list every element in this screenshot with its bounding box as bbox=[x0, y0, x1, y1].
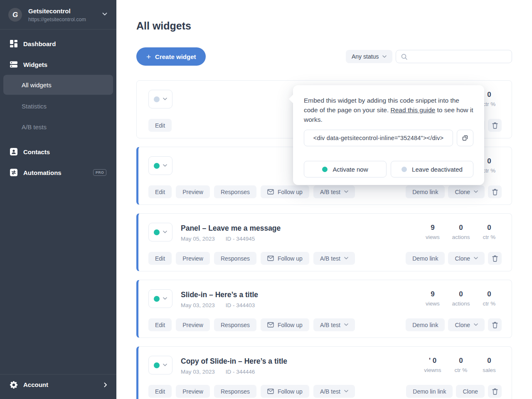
trash-icon bbox=[492, 322, 498, 328]
preview-button[interactable]: Preview bbox=[176, 252, 210, 265]
edit-button[interactable]: Edit bbox=[148, 185, 172, 198]
clone-dropdown-button[interactable]: Clone bbox=[448, 252, 485, 265]
responses-button[interactable]: Responses bbox=[214, 318, 256, 331]
trash-icon bbox=[492, 388, 498, 395]
activate-now-button[interactable]: Activate now bbox=[304, 161, 387, 177]
widgets-icon bbox=[10, 61, 17, 68]
follow-up-label: Follow up bbox=[278, 388, 303, 395]
status-filter-dropdown[interactable]: Any status bbox=[346, 50, 392, 63]
widget-date: May 03, 2023 bbox=[181, 302, 215, 308]
sidebar-item-account[interactable]: Account bbox=[0, 374, 116, 395]
delete-button[interactable] bbox=[488, 252, 502, 265]
search-box bbox=[396, 50, 512, 63]
sidebar-item-all-widgets[interactable]: All widgets bbox=[3, 75, 113, 95]
ab-test-dropdown-button[interactable]: A/B test bbox=[313, 318, 355, 331]
inactive-dot bbox=[401, 167, 407, 172]
clone-label: Clone bbox=[455, 322, 470, 328]
follow-up-button[interactable]: Follow up bbox=[261, 318, 309, 331]
read-guide-link[interactable]: Read this guide bbox=[391, 106, 436, 113]
edit-button[interactable]: Edit bbox=[148, 252, 172, 265]
chevron-down-icon bbox=[344, 323, 348, 326]
demo-link-button[interactable]: Demo link bbox=[406, 252, 445, 265]
search-input[interactable] bbox=[411, 50, 512, 63]
widget-row: Slide-in – Here’s a title May 03, 2023 I… bbox=[136, 280, 512, 338]
demo-link-button[interactable]: Demo link bbox=[406, 185, 445, 198]
pro-badge: PRO bbox=[93, 169, 106, 176]
status-active-dot bbox=[154, 296, 160, 302]
site-switcher[interactable]: G Getsitecontrol https://getsitecontrol.… bbox=[0, 0, 116, 30]
responses-button[interactable]: Responses bbox=[214, 185, 256, 198]
sidebar-item-ab-tests[interactable]: A/B tests bbox=[22, 123, 47, 131]
widget-title: Panel – Leave me a message bbox=[181, 224, 281, 233]
widget-date: May 05, 2023 bbox=[181, 236, 215, 242]
sidebar-item-widgets[interactable]: Widgets bbox=[0, 57, 116, 72]
responses-button[interactable]: Responses bbox=[214, 252, 256, 265]
sidebar-item-dashboard[interactable]: Dashboard bbox=[0, 36, 116, 51]
status-active-dot bbox=[154, 163, 160, 169]
status-active-dot bbox=[154, 362, 160, 368]
clone-label: Clone bbox=[455, 255, 470, 262]
sidebar-item-automations[interactable]: Automations PRO bbox=[0, 165, 116, 180]
delete-button[interactable] bbox=[488, 185, 502, 198]
follow-up-button[interactable]: Follow up bbox=[261, 385, 309, 398]
chevron-down-icon bbox=[474, 190, 478, 193]
popup-message: Embed this widget by adding this code sn… bbox=[304, 96, 473, 124]
widget-status-dropdown[interactable] bbox=[148, 289, 172, 308]
ab-test-label: A/B test bbox=[320, 388, 340, 395]
ab-test-label: A/B test bbox=[320, 255, 340, 262]
stat-label: ctr % bbox=[475, 300, 503, 307]
embed-code-field[interactable]: <div data-getsitecontrol-inline="352484"… bbox=[304, 130, 453, 146]
widget-status-dropdown[interactable] bbox=[148, 156, 172, 175]
edit-button[interactable]: Edit bbox=[148, 119, 172, 132]
dashboard-icon bbox=[10, 40, 17, 47]
stat-value: 0 bbox=[447, 357, 475, 365]
follow-up-label: Follow up bbox=[278, 189, 303, 195]
demo-link-button[interactable]: Demo lin link bbox=[406, 385, 453, 398]
clone-dropdown-button[interactable]: Clone bbox=[448, 318, 485, 331]
preview-button[interactable]: Preview bbox=[176, 318, 210, 331]
delete-button[interactable] bbox=[488, 318, 502, 331]
stat-value: 0 bbox=[475, 357, 503, 365]
widget-status-dropdown[interactable] bbox=[148, 223, 172, 241]
ab-test-dropdown-button[interactable]: A/B test bbox=[313, 252, 355, 265]
preview-button[interactable]: Preview bbox=[176, 385, 210, 398]
responses-button[interactable]: Responses bbox=[214, 385, 256, 398]
page-title: All widgets bbox=[136, 20, 191, 32]
preview-button[interactable]: Preview bbox=[176, 185, 210, 198]
search-icon bbox=[401, 54, 407, 60]
ab-test-dropdown-button[interactable]: A/B test bbox=[313, 385, 355, 398]
widget-status-dropdown[interactable] bbox=[148, 90, 172, 108]
embed-popup: Embed this widget by adding this code sn… bbox=[293, 85, 484, 185]
stat-value: 9 bbox=[419, 224, 447, 232]
plus-icon: + bbox=[146, 53, 151, 61]
stat-label: views bbox=[419, 300, 447, 307]
status-filter-label: Any status bbox=[352, 53, 379, 60]
activate-label: Activate now bbox=[332, 166, 368, 173]
stat-label: viewns bbox=[419, 367, 447, 373]
delete-button[interactable] bbox=[488, 385, 502, 398]
ab-test-dropdown-button[interactable]: A/B test bbox=[313, 185, 355, 198]
sidebar-item-contacts[interactable]: Contacts bbox=[0, 144, 116, 159]
demo-link-button[interactable]: Demo link bbox=[406, 318, 445, 331]
copy-code-button[interactable] bbox=[457, 130, 473, 146]
leave-deactivated-button[interactable]: Leave deactivated bbox=[391, 161, 473, 177]
follow-up-button[interactable]: Follow up bbox=[261, 185, 309, 198]
create-widget-button[interactable]: + Create widget bbox=[136, 47, 206, 66]
delete-button[interactable] bbox=[488, 119, 502, 132]
chevron-down-icon bbox=[474, 257, 478, 260]
follow-up-button[interactable]: Follow up bbox=[261, 252, 309, 265]
stat-value: 9 bbox=[419, 290, 447, 298]
widget-status-dropdown[interactable] bbox=[148, 356, 172, 374]
chevron-down-icon bbox=[163, 297, 167, 300]
clone-button[interactable]: Clone bbox=[456, 385, 485, 398]
widget-stats: 9views 0actions 0ctr % bbox=[419, 224, 503, 240]
stat-label: views bbox=[419, 234, 447, 240]
brand-logo-icon: G bbox=[8, 8, 22, 22]
edit-button[interactable]: Edit bbox=[148, 318, 172, 331]
edit-button[interactable]: Edit bbox=[148, 385, 172, 398]
stat-label: ctr % bbox=[447, 367, 475, 373]
site-url: https://getsitecontrol.com bbox=[28, 17, 86, 22]
sidebar-item-statistics[interactable]: Statistics bbox=[22, 103, 47, 110]
clone-dropdown-button[interactable]: Clone bbox=[448, 185, 485, 198]
stat-label: actions bbox=[447, 234, 475, 240]
